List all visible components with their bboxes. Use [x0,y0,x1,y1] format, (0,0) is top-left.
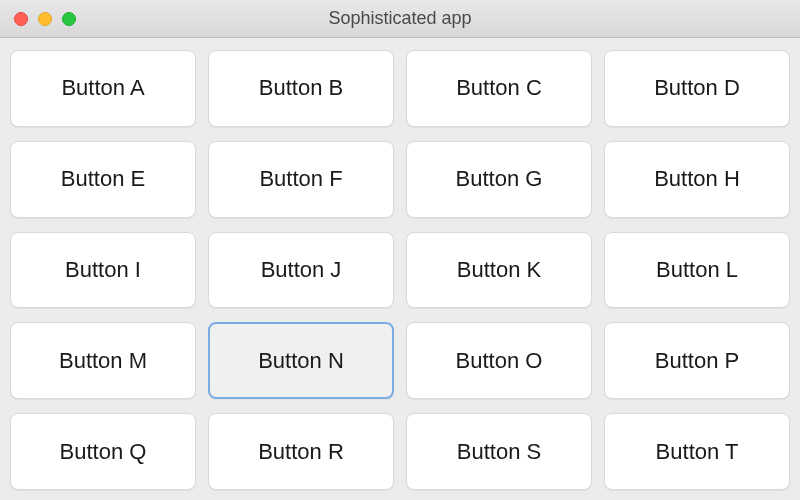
traffic-lights [0,12,76,26]
button-h[interactable]: Button H [604,141,790,218]
titlebar: Sophisticated app [0,0,800,38]
button-e[interactable]: Button E [10,141,196,218]
button-a[interactable]: Button A [10,50,196,127]
button-f[interactable]: Button F [208,141,394,218]
button-o[interactable]: Button O [406,322,592,399]
button-grid: Button A Button B Button C Button D Butt… [10,50,790,490]
button-r[interactable]: Button R [208,413,394,490]
button-i[interactable]: Button I [10,232,196,309]
button-c[interactable]: Button C [406,50,592,127]
button-t[interactable]: Button T [604,413,790,490]
button-m[interactable]: Button M [10,322,196,399]
button-s[interactable]: Button S [406,413,592,490]
content-area: Button A Button B Button C Button D Butt… [0,38,800,500]
button-k[interactable]: Button K [406,232,592,309]
button-n[interactable]: Button N [208,322,394,399]
zoom-icon[interactable] [62,12,76,26]
button-d[interactable]: Button D [604,50,790,127]
button-p[interactable]: Button P [604,322,790,399]
button-l[interactable]: Button L [604,232,790,309]
button-j[interactable]: Button J [208,232,394,309]
app-window: Sophisticated app Button A Button B Butt… [0,0,800,500]
close-icon[interactable] [14,12,28,26]
button-q[interactable]: Button Q [10,413,196,490]
button-b[interactable]: Button B [208,50,394,127]
button-g[interactable]: Button G [406,141,592,218]
minimize-icon[interactable] [38,12,52,26]
window-title: Sophisticated app [0,8,800,29]
